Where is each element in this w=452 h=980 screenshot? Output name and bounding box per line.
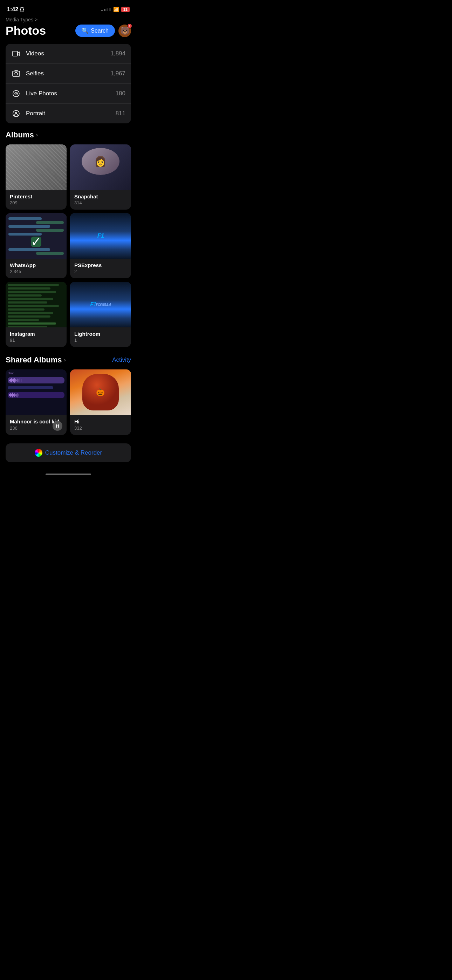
- portrait-icon: [11, 109, 21, 118]
- album-snapchat-count: 314: [74, 200, 127, 205]
- shared-album-mahnoor-thumb: chat: [6, 369, 67, 415]
- shared-albums-grid: chat: [0, 369, 137, 435]
- album-pinterest[interactable]: Pinterest 209: [6, 145, 67, 210]
- album-lightroom-count: 1: [74, 337, 127, 343]
- albums-chevron: ›: [36, 132, 38, 138]
- shared-album-hi-thumb: 🎃: [70, 369, 131, 415]
- album-whatsapp-count: 2,345: [10, 269, 62, 274]
- album-psexpress-count: 2: [74, 269, 127, 274]
- album-whatsapp-name: WhatsApp: [10, 262, 62, 268]
- battery-indicator: 11: [121, 7, 130, 12]
- album-psexpress[interactable]: F1 PSExpress 2: [70, 213, 131, 278]
- shared-album-hi[interactable]: 🎃 Hi 332: [70, 369, 131, 435]
- search-label: Search: [91, 28, 108, 34]
- media-type-live-photos[interactable]: Live Photos 180: [6, 84, 131, 104]
- portrait-label: Portrait: [26, 110, 45, 117]
- album-pinterest-thumb: [6, 145, 67, 190]
- albums-section-header: Albums ›: [0, 130, 137, 145]
- videos-count: 1,894: [110, 50, 126, 57]
- page-title: Photos: [6, 24, 46, 38]
- album-lightroom-thumb: F1FORMULA: [70, 282, 131, 328]
- home-indicator: [0, 471, 137, 481]
- album-lightroom[interactable]: F1FORMULA Lightroom 1: [70, 282, 131, 347]
- header-row: Photos 🔍 Search 🐻 !: [6, 24, 131, 38]
- shared-albums-title[interactable]: Shared Albums ›: [6, 355, 66, 364]
- svg-point-5: [16, 93, 17, 94]
- live-photos-count: 180: [116, 90, 126, 97]
- avatar-container[interactable]: 🐻 !: [118, 24, 131, 37]
- photos-icon: [35, 449, 42, 457]
- customize-section: Customize & Reorder: [0, 443, 137, 471]
- home-indicator-bar: [46, 474, 91, 475]
- selfies-icon: [11, 69, 21, 78]
- status-icons: 📶 11: [101, 7, 130, 12]
- album-psexpress-thumb: F1: [70, 213, 131, 259]
- album-whatsapp[interactable]: ✓ WhatsApp 2,345: [6, 213, 67, 278]
- portrait-count: 811: [116, 110, 126, 117]
- album-snapchat-thumb: 👩: [70, 145, 131, 190]
- album-instagram-count: 91: [10, 337, 62, 343]
- activity-button[interactable]: Activity: [112, 356, 131, 363]
- album-whatsapp-thumb: ✓: [6, 213, 67, 259]
- album-pinterest-count: 209: [10, 200, 62, 205]
- albums-title[interactable]: Albums ›: [6, 130, 38, 140]
- shared-album-hi-name: Hi: [74, 418, 127, 425]
- signal-icon: [101, 8, 111, 11]
- videos-label: Videos: [26, 50, 44, 57]
- album-instagram-thumb: [6, 282, 67, 328]
- svg-rect-1: [13, 71, 20, 76]
- shared-albums-chevron: ›: [64, 357, 66, 363]
- customize-label: Customize & Reorder: [45, 449, 102, 457]
- album-pinterest-name: Pinterest: [10, 194, 62, 199]
- svg-rect-0: [13, 51, 18, 56]
- notification-badge: !: [127, 24, 132, 29]
- status-time: 1:42 {}: [7, 6, 24, 13]
- media-type-portrait[interactable]: Portrait 811: [6, 104, 131, 123]
- selfies-label: Selfies: [26, 70, 44, 77]
- header: Media Types > Photos 🔍 Search 🐻 !: [0, 17, 137, 41]
- media-type-selfies[interactable]: Selfies 1,967: [6, 64, 131, 84]
- shared-albums-section-header: Shared Albums › Activity: [0, 355, 137, 369]
- wifi-icon: 📶: [113, 7, 119, 12]
- albums-grid: Pinterest 209 👩 Snapchat 314 ✓: [0, 145, 137, 347]
- battery-level: 11: [123, 7, 127, 11]
- search-button[interactable]: 🔍 Search: [75, 24, 115, 37]
- shared-album-hi-count: 332: [74, 425, 127, 431]
- media-type-videos[interactable]: Videos 1,894: [6, 44, 131, 64]
- media-types-card: Videos 1,894 Selfies 1,967: [6, 44, 131, 123]
- customize-reorder-button[interactable]: Customize & Reorder: [6, 443, 131, 462]
- header-actions: 🔍 Search 🐻 !: [75, 24, 131, 37]
- live-photos-icon: [11, 89, 21, 99]
- album-psexpress-name: PSExpress: [74, 262, 127, 268]
- shared-album-mahnoor[interactable]: chat: [6, 369, 67, 435]
- videos-icon: [11, 49, 21, 59]
- breadcrumb[interactable]: Media Types >: [6, 17, 131, 22]
- selfies-count: 1,967: [110, 70, 126, 77]
- album-snapchat[interactable]: 👩 Snapchat 314: [70, 145, 131, 210]
- album-instagram[interactable]: Instagram 91: [6, 282, 67, 347]
- svg-point-2: [15, 73, 18, 75]
- shared-album-mahnoor-badge: H: [53, 421, 62, 431]
- album-instagram-name: Instagram: [10, 331, 62, 337]
- search-icon: 🔍: [82, 27, 89, 34]
- live-photos-label: Live Photos: [26, 90, 57, 97]
- album-lightroom-name: Lightroom: [74, 331, 127, 337]
- album-snapchat-name: Snapchat: [74, 194, 127, 199]
- status-bar: 1:42 {} 📶 11: [0, 0, 137, 17]
